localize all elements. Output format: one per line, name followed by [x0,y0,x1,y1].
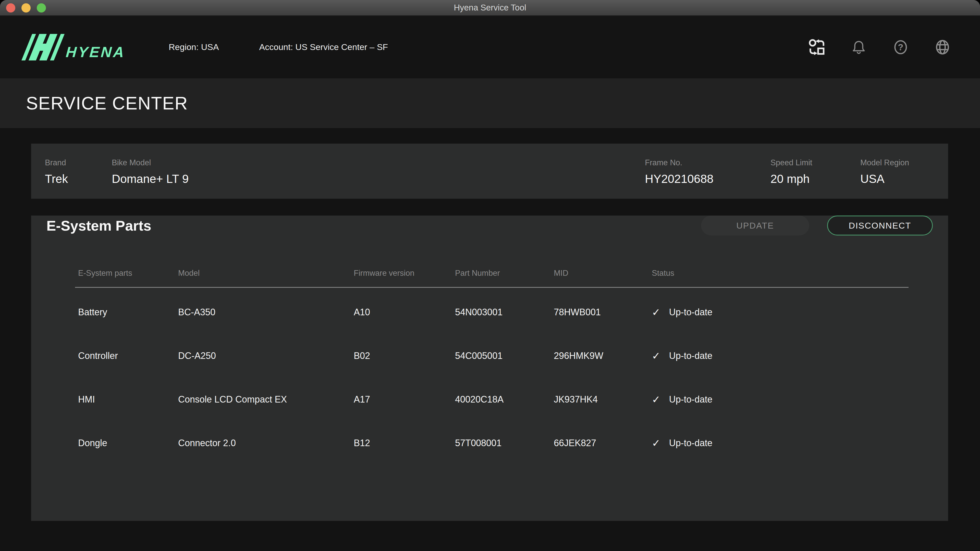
disconnect-button[interactable]: DISCONNECT [827,216,933,235]
notifications-button[interactable] [850,39,867,56]
check-icon: ✓ [652,350,660,362]
brand-label: Brand [45,158,112,167]
app-window: Hyena Service Tool HYENA Region: USA Acc… [0,0,980,551]
table-row: Battery BC-A350 A10 54N003001 78HWB001 ✓… [75,290,908,334]
account-label: Account: US Service Center – SF [259,42,388,52]
bike-model-label: Bike Model [112,158,645,167]
column-header: Part Number [452,268,551,279]
column-header: Status [649,268,908,279]
column-header: E-System parts [75,268,175,279]
status-cell: ✓ Up-to-date [649,306,908,318]
bike-model-value: Domane+ LT 9 [112,172,645,186]
model-cell: BC-A350 [175,307,351,318]
page-header: SERVICE CENTER [0,78,980,128]
firmware-cell: A17 [351,394,452,405]
check-icon: ✓ [652,394,660,405]
notifications-bell-icon [851,39,867,55]
device-swap-icon [808,39,825,56]
part-number-cell: 54N003001 [452,307,551,318]
bike-info-card: Brand Trek Bike Model Domane+ LT 9 Frame… [31,144,948,199]
firmware-cell: B02 [351,351,452,361]
mid-cell: 66JEK827 [551,438,649,448]
parts-panel-header: E-System Parts UPDATE DISCONNECT [46,216,933,235]
check-icon: ✓ [652,437,660,449]
parts-actions: UPDATE DISCONNECT [701,216,933,235]
model-region-value: USA [860,172,934,186]
table-row: HMI Console LCD Compact EX A17 40020C18A… [75,378,908,421]
device-swap-button[interactable] [808,39,825,56]
model-region-label: Model Region [860,158,934,167]
frame-no-field: Frame No. HY20210688 [645,144,770,199]
region-label: Region: USA [169,42,219,52]
content-area: Brand Trek Bike Model Domane+ LT 9 Frame… [0,128,980,521]
part-cell: HMI [75,394,175,405]
speed-limit-field: Speed Limit 20 mph [770,144,860,199]
svg-text:?: ? [898,42,903,52]
status-text: Up-to-date [669,438,713,448]
model-cell: DC-A250 [175,351,351,361]
part-number-cell: 57T008001 [452,438,551,448]
parts-table: E-System parts Model Firmware version Pa… [75,268,908,465]
minimize-button[interactable] [21,3,30,13]
status-text: Up-to-date [669,351,713,361]
brand-value: Trek [45,172,112,186]
part-number-cell: 54C005001 [452,351,551,361]
language-button[interactable] [934,39,951,56]
brand-field: Brand Trek [45,144,112,199]
bike-model-field: Bike Model Domane+ LT 9 [112,144,645,199]
model-region-field: Model Region USA [860,144,934,199]
frame-no-value: HY20210688 [645,172,770,186]
table-row: Controller DC-A250 B02 54C005001 296HMK9… [75,334,908,378]
hyena-logo-icon [21,34,65,60]
close-button[interactable] [6,3,15,13]
language-globe-icon [934,39,951,56]
parts-table-header: E-System parts Model Firmware version Pa… [75,268,908,279]
table-row: Dongle Connector 2.0 B12 57T008001 66JEK… [75,421,908,465]
part-number-cell: 40020C18A [452,394,551,405]
speed-limit-value: 20 mph [770,172,860,186]
status-text: Up-to-date [669,394,713,405]
traffic-lights [6,0,46,16]
status-cell: ✓ Up-to-date [649,437,908,449]
part-cell: Dongle [75,438,175,448]
model-cell: Connector 2.0 [175,438,351,448]
firmware-cell: A10 [351,307,452,318]
part-cell: Controller [75,351,175,361]
mid-cell: JK937HK4 [551,394,649,405]
part-cell: Battery [75,307,175,318]
help-button[interactable]: ? [892,39,909,56]
page-title: SERVICE CENTER [26,93,188,114]
status-cell: ✓ Up-to-date [649,394,908,405]
status-text: Up-to-date [669,307,713,318]
column-header: Firmware version [351,268,452,279]
parts-table-rows: Battery BC-A350 A10 54N003001 78HWB001 ✓… [75,288,908,465]
column-header: Model [175,268,351,279]
parts-panel-title: E-System Parts [46,218,151,234]
esystem-parts-card: E-System Parts UPDATE DISCONNECT E-Syste… [31,216,948,521]
mid-cell: 78HWB001 [551,307,649,318]
hyena-wordmark: HYENA [65,44,126,60]
hyena-logo[interactable]: HYENA [27,34,125,60]
status-cell: ✓ Up-to-date [649,350,908,362]
speed-limit-label: Speed Limit [770,158,860,167]
titlebar: Hyena Service Tool [0,0,980,16]
top-nav: HYENA Region: USA Account: US Service Ce… [0,16,980,78]
model-cell: Console LCD Compact EX [175,394,351,405]
fullscreen-button[interactable] [37,3,46,13]
column-header: MID [551,268,649,279]
check-icon: ✓ [652,306,660,318]
nav-icons: ? [808,39,951,56]
update-button[interactable]: UPDATE [701,216,809,235]
firmware-cell: B12 [351,438,452,448]
mid-cell: 296HMK9W [551,351,649,361]
frame-no-label: Frame No. [645,158,770,167]
window-title: Hyena Service Tool [0,3,980,13]
help-icon: ? [893,39,908,55]
